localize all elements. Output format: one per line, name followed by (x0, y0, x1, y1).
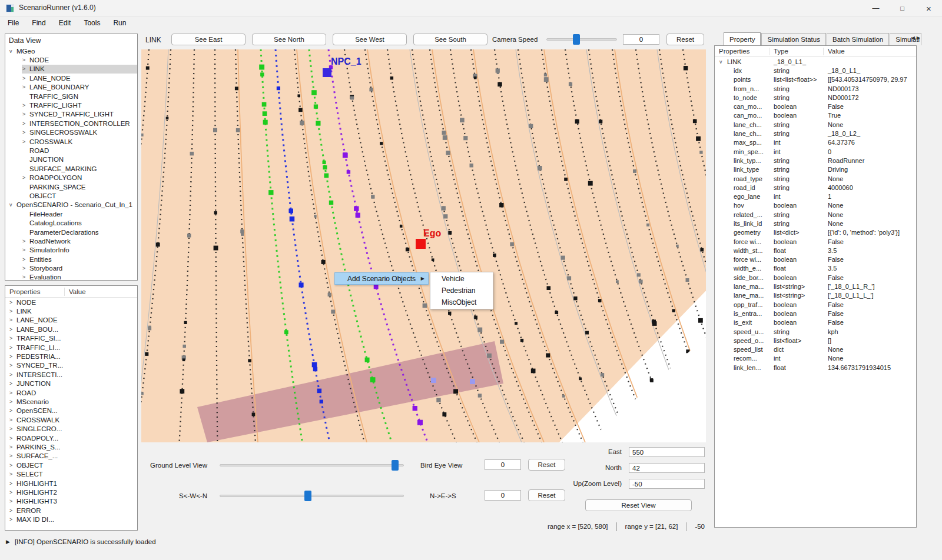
chevron-icon[interactable]: > (22, 57, 29, 63)
properties-column-header[interactable]: Properties (715, 48, 769, 55)
slider-track[interactable] (546, 38, 617, 41)
east-input[interactable] (629, 447, 705, 457)
tree-item[interactable]: v MGeo (5, 46, 137, 55)
chevron-icon[interactable]: > (9, 471, 16, 477)
ground-level-slider[interactable] (220, 460, 404, 471)
north-input[interactable] (629, 463, 705, 473)
property-table-row[interactable]: can_mo... boolean True (715, 111, 916, 120)
property-table-row[interactable]: force wi... boolean False (715, 255, 916, 264)
property-table-row[interactable]: side_bor... boolean False (715, 273, 916, 282)
tree-item[interactable]: > SINGLECROSSWALK (5, 128, 137, 137)
context-submenu-item[interactable]: Vehicle (430, 273, 493, 285)
right-panel-tab[interactable]: Batch Simulation (827, 33, 889, 45)
tree-item[interactable]: > INTERSECTION_CONTROLLER (5, 119, 137, 128)
chevron-icon[interactable]: > (9, 381, 16, 386)
view-direction-button[interactable]: See West (333, 34, 407, 45)
tree-item[interactable]: > SimulatorInfo (5, 246, 137, 255)
tab-scroll-left-icon[interactable]: ◀ (911, 35, 915, 41)
chevron-icon[interactable]: > (9, 481, 16, 486)
camera-speed-input[interactable] (623, 34, 659, 45)
chevron-icon[interactable]: > (9, 308, 16, 314)
property-table-row[interactable]: lane_ma... list<string> ['_18_0_L1_R_'] (715, 282, 916, 291)
property-tree-item[interactable]: > ERROR (5, 506, 137, 515)
right-panel-tab[interactable]: Simulation Status (761, 33, 826, 45)
property-tree-item[interactable]: > PARKING_S... (5, 442, 137, 451)
slider-track[interactable] (220, 495, 404, 497)
menu-item[interactable]: Find (25, 18, 52, 28)
tree-item[interactable]: CatalogLocations (5, 218, 137, 227)
property-table-row[interactable]: road_id string 4000060 (715, 183, 916, 192)
chevron-icon[interactable]: > (9, 317, 16, 323)
property-tree-item[interactable]: > ROAD (5, 388, 137, 397)
chevron-icon[interactable]: > (22, 102, 29, 108)
chevron-icon[interactable]: > (9, 299, 16, 305)
chevron-icon[interactable]: > (9, 399, 16, 405)
chevron-icon[interactable]: v (9, 202, 16, 208)
property-table-row[interactable]: lane_ch... string None (715, 120, 916, 129)
tree-item[interactable]: v OpenSCENARIO - Scenario_Cut_In_1 (5, 201, 137, 209)
property-table-row[interactable]: max_sp... int 64.37376 (715, 138, 916, 147)
property-tree-item[interactable]: > HIGHLIGHT2 (5, 488, 137, 496)
property-table-row[interactable]: width_e... float 3.5 (715, 264, 916, 273)
tree-item[interactable]: > LANE_NODE (5, 74, 137, 82)
property-table-row[interactable]: ego_lane int 1 (715, 192, 916, 201)
chevron-icon[interactable]: > (9, 335, 16, 341)
chevron-icon[interactable]: > (22, 247, 29, 253)
property-table-row[interactable]: points list<list<float>> [[543.405314750… (715, 75, 916, 84)
property-table-row[interactable]: hov boolean None (715, 201, 916, 210)
property-tree-item[interactable]: > HIGHLIGHT1 (5, 479, 137, 488)
camera-speed-slider[interactable] (546, 34, 617, 45)
property-table-row[interactable]: is_exit boolean False (715, 318, 916, 327)
menu-item[interactable]: Tools (77, 18, 107, 28)
slider-track[interactable] (220, 464, 404, 466)
chevron-icon[interactable]: > (9, 426, 16, 432)
chevron-icon[interactable]: > (9, 354, 16, 359)
up-zoom-level-input[interactable] (629, 479, 705, 489)
context-submenu-item[interactable]: MiscObject (430, 296, 493, 308)
tree-item[interactable]: JUNCTION (5, 155, 137, 164)
camera-speed-slider-handle[interactable] (573, 34, 580, 45)
property-tree-item[interactable]: > SINGLECRO... (5, 424, 137, 433)
tree-item[interactable]: > RoadNetwork (5, 236, 137, 245)
property-tree-item[interactable]: > NODE (5, 298, 137, 306)
property-table-row[interactable]: link_typ... string RoadRunner (715, 156, 916, 165)
property-tree-item[interactable]: > LINK (5, 306, 137, 315)
property-tree-item[interactable]: > MScenario (5, 397, 137, 406)
property-tree-item[interactable]: > OpenSCEN... (5, 406, 137, 415)
tree-item[interactable]: > LANE_BOUNDARY (5, 83, 137, 92)
reset-view-button[interactable]: Reset View (585, 499, 692, 511)
minimize-button[interactable]: — (863, 0, 889, 16)
maximize-button[interactable]: □ (889, 0, 916, 16)
close-button[interactable]: × (916, 0, 942, 16)
property-table-row[interactable]: speed_o... list<float> [] (715, 336, 916, 345)
properties-column-header[interactable]: Properties (5, 288, 64, 295)
property-tree-item[interactable]: > INTERSECTI... (5, 370, 137, 379)
chevron-icon[interactable]: > (22, 274, 29, 280)
property-table-row[interactable]: geometry list<dict> [{'id': 0, 'method':… (715, 228, 916, 237)
tree-item[interactable]: OBJECT (5, 191, 137, 200)
chevron-icon[interactable]: > (22, 238, 29, 244)
tree-item[interactable]: ROAD (5, 146, 137, 155)
chevron-icon[interactable]: > (9, 345, 16, 351)
property-tree-item[interactable]: > SURFACE_... (5, 452, 137, 461)
property-table-row[interactable]: link_len... float 134.66731791934015 (715, 363, 916, 372)
property-tree-item[interactable]: > CROSSWALK (5, 415, 137, 424)
context-menu-item-add-scenario-objects[interactable]: Add Scenario Objects ▶ (334, 272, 429, 285)
tree-item[interactable]: FileHeader (5, 209, 137, 218)
property-table-row[interactable]: width_st... float 3.5 (715, 246, 916, 255)
chevron-icon[interactable]: > (9, 462, 16, 468)
chevron-icon[interactable]: > (22, 256, 29, 262)
chevron-icon[interactable]: > (9, 417, 16, 423)
chevron-icon[interactable]: > (22, 66, 29, 72)
property-table-row[interactable]: link_type string Driving (715, 165, 916, 174)
chevron-icon[interactable]: > (22, 121, 29, 126)
chevron-icon[interactable]: > (22, 139, 29, 145)
property-tree-item[interactable]: > LANE_BOU... (5, 325, 137, 334)
property-table-row[interactable]: is_entra... boolean False (715, 309, 916, 318)
chevron-icon[interactable]: > (22, 84, 29, 90)
menu-item[interactable]: Edit (52, 18, 78, 28)
rotation-slider[interactable] (220, 491, 404, 501)
tree-item[interactable]: > SYNCED_TRAFFIC_LIGHT (5, 110, 137, 119)
view-direction-button[interactable]: See North (252, 34, 326, 45)
map-canvas[interactable]: NPC_1 Ego (141, 49, 706, 442)
